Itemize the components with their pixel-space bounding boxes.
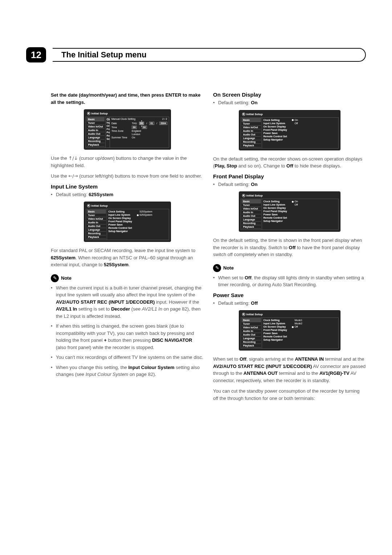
pencil-icon: ✎ [213,264,221,272]
ils-note-1: When the current input is a built-in tun… [51,284,204,320]
ss-title: Initial Setup [91,112,108,115]
option-on: On [292,118,337,122]
screenshot-input-line-system: Initial Setup Basic Tuner Video In/Out A… [84,202,171,242]
tz-label: Time Zone [111,130,130,132]
ss-mid-menu: Clock Setting Input Line System On Scree… [262,199,290,230]
arrow-up-down-icon: ↑/↓ [68,155,78,161]
ils-note-4: When you change this setting, the Input … [51,364,204,378]
ss-options: On Off [290,199,338,230]
ils-note-3: You can't mix recordings of different TV… [51,354,204,361]
fpd-heading: Front Panel Display [213,173,366,179]
ss-mid-menu: Clock Setting Input Line System On Scree… [107,209,135,240]
ils-note-2: If when this setting is changed, the scr… [51,323,204,351]
ss-title: Initial Setup [91,204,108,207]
chapter-title: The Initial Setup menu [53,48,366,62]
disc-icon [87,204,90,207]
cursor-leftright-text: Use the ←/→ (cursor left/right) buttons … [51,173,204,180]
fpd-para: On the default setting, the time is show… [213,237,366,258]
ss-left-menu: Basic Tuner Video In/Out Audio In Audio … [241,199,262,230]
intro-instruction: Set the date (day/month/year) and time, … [51,92,200,105]
pencil-icon: ✎ [51,274,59,282]
screenshot-power-save: Initial Setup Basic Tuner Video In/Out A… [239,310,340,351]
option-mode1: Mode1 [292,319,337,322]
fpd-note: When set to Off, the display still light… [213,274,366,288]
tz-city: London [132,133,140,135]
screenshot-osd: Initial Setup Basic Tuner Video In/Out A… [239,110,340,150]
ss-left-menu: Basic Tuner Video In/Out Audio In Audio … [86,117,106,147]
cursor-updown-text: Use the ↑/↓ (cursor up/down) buttons to … [51,155,204,169]
ss-options: On Off [290,118,338,148]
option-625system: 625System [137,213,167,216]
disc-icon [87,112,90,115]
disc-icon [242,194,245,197]
ss-title: Initial Setup [246,313,263,316]
date-month-field: 01 [149,122,154,125]
date-label: Date [111,122,130,125]
ss-left-menu: Basic Tuner Video In/Out Audio In Audio … [241,118,262,148]
date-year-field: 2004 [159,122,167,125]
ss-left-menu: Basic Tuner Video In/Out Audio In Audio … [86,209,107,240]
ss-options: Mode1 Mode2 Off [290,318,338,348]
option-off: Off [292,325,337,328]
power-save-heading: Power Save [213,292,366,298]
time-hour-field: 00 [132,126,137,129]
ss-mid-truncated: Clock Input On S Front Powe Remo Setu [106,117,110,147]
date-dayname: THU [132,122,137,125]
osd-default: Default setting: On [213,99,366,106]
ss-clock-panel: Manual Clock Setting 2 / 2 Date THU 01/ … [110,117,168,147]
option-525system: 525System [137,210,167,213]
osd-para: On the default setting, the recorder sho… [213,155,366,170]
clock-header-title: Manual Clock Setting [111,118,135,120]
option-mode2: Mode2 [292,322,337,325]
clock-page-indicator: 2 / 2 [162,118,167,120]
option-off: Off [292,203,337,206]
ps-para2: You can cut the standby power consumptio… [213,388,366,402]
input-line-system-heading: Input Line System [51,183,204,190]
ils-default: Default setting: 625System [51,191,204,198]
osd-heading: On Screen Display [213,92,366,98]
ps-para1: When set to Off, signals arriving at the… [213,356,366,384]
ps-default: Default setting: Off [213,300,366,307]
time-min-field: 00 [142,126,147,129]
summertime-value: On [132,136,135,139]
option-off: Off [292,122,337,125]
note-label: Note [61,275,72,281]
ss-title: Initial Setup [246,113,263,116]
screenshot-fpd: Initial Setup Basic Tuner Video In/Out A… [239,191,340,232]
arrow-left-right-icon: ←/→ [68,173,78,179]
summertime-label: Summer Time [111,136,130,139]
date-day-field: 01 [139,122,144,125]
ils-para: For standard PAL or SECAM recording, lea… [51,247,204,268]
chapter-number-badge: 12 [26,47,46,62]
disc-icon [242,113,245,116]
ss-mid-menu: Clock Setting Input Line System On Scree… [262,318,290,348]
ss-title: Initial Setup [246,194,263,197]
ss-options: 525System 625System [135,209,169,240]
disc-icon [242,313,245,316]
fpd-default: Default setting: On [213,181,366,188]
ss-mid-menu: Clock Setting Input Line System On Scree… [262,118,290,148]
ss-left-menu: Basic Tuner Video In/Out Audio In Audio … [241,318,262,348]
option-on: On [292,200,337,203]
note-label: Note [223,265,234,271]
screenshot-manual-clock: Initial Setup Basic Tuner Video In/Out A… [84,109,171,150]
tz-region: England [132,130,141,132]
time-label: Time [111,126,130,129]
